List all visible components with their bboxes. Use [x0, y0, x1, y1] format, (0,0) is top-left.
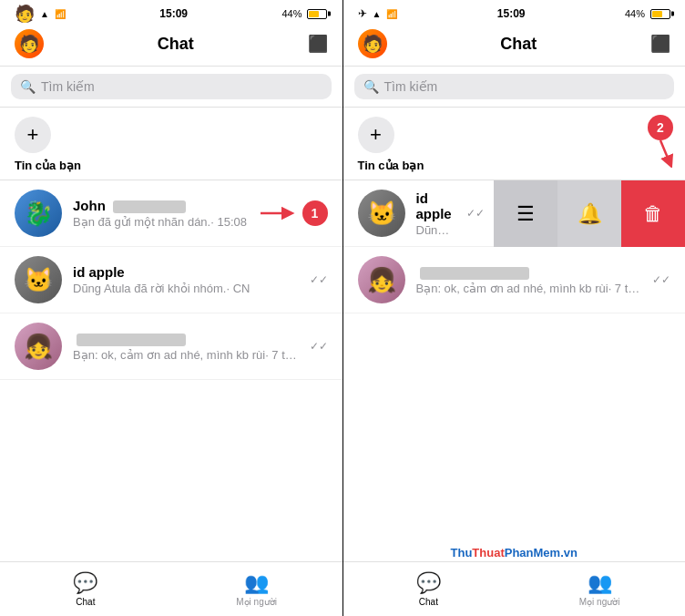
swipe-bell-btn[interactable]: 🔔 [557, 180, 621, 247]
chat-list-left: 🐉 John Bạn đã gửi một nhãn dán.· 15:08 [0, 180, 342, 561]
right-panel: ✈ ▲ 📶 15:09 44% 🧑 Chat ⬛ 🔍 Tìm kiếm + Ti… [343, 0, 686, 616]
chat-list-right: 🐱 id apple Dũng Atula đã rời khỏi nhóm.·… [343, 180, 686, 561]
status-time-right: 15:09 [497, 7, 526, 20]
avatar-idapple-right: 🐱 [358, 190, 405, 237]
chat-content-girl-left: Bạn: ok, cảm ơn ad nhé, mình kb rùi· 7 t… [73, 331, 299, 362]
left-panel: 🧑 ▲ 📶 15:09 44% 🧑 Chat ⬛ 🔍 Tìm kiếm + Ti… [0, 0, 342, 616]
svg-line-3 [660, 140, 670, 162]
chat-nav-label-left: Chat [76, 597, 95, 607]
chat-meta-girl-left: ✓✓ [310, 340, 328, 353]
battery-icon-left [307, 9, 327, 19]
swipe-menu-btn[interactable]: ☰ [494, 180, 557, 247]
watermark: ThuThuatPhanMem.vn [451, 546, 578, 560]
chat-item-idapple-left[interactable]: 🐱 id apple Dũng Atula đã rời khỏi nhóm.·… [0, 247, 342, 313]
people-nav-icon-left: 👥 [244, 571, 269, 595]
double-check-idapple-left: ✓✓ [310, 273, 328, 286]
nav-chat-left[interactable]: 💬 Chat [0, 562, 171, 616]
search-placeholder-right: Tìm kiếm [384, 79, 438, 94]
chat-name-girl-right [416, 264, 642, 280]
avatar-idapple-left: 🐱 [15, 256, 62, 303]
status-right-left: 44% [281, 8, 327, 19]
header-avatar-right: 🧑 [358, 29, 387, 58]
status-right-right: 44% [625, 8, 670, 19]
wifi-icon: ▲ [40, 9, 49, 19]
people-nav-label-left: Mọi người [236, 597, 277, 607]
search-icon-right: 🔍 [363, 79, 379, 94]
chat-preview-girl-left: Bạn: ok, cảm ơn ad nhé, mình kb rùi· 7 t… [73, 348, 299, 362]
bell-icon: 🔔 [578, 202, 602, 226]
trash-icon: 🗑 [643, 202, 663, 226]
chat-name-john: John [73, 198, 291, 213]
chat-meta-girl-right: ✓✓ [652, 273, 670, 286]
watermark-thuat: Thuat [472, 546, 504, 560]
step-badge-2: 2 [648, 115, 673, 140]
step2-container: 2 [647, 115, 674, 168]
battery-pct-right: 44% [625, 8, 645, 19]
nav-chat-right[interactable]: 💬 Chat [343, 562, 515, 616]
bottom-nav-right: 💬 Chat 👥 Mọi người [343, 561, 686, 616]
step-badge-1: 1 [302, 200, 328, 226]
chat-preview-idapple-right: Dũng Atula đã rời khỏi nhóm.· CN [416, 223, 456, 237]
search-input-wrap-right[interactable]: 🔍 Tìm kiếm [354, 74, 675, 99]
chat-item-john[interactable]: 🐉 John Bạn đã gửi một nhãn dán.· 15:08 [0, 180, 342, 247]
chat-item-idapple-right-wrap: 🐱 id apple Dũng Atula đã rời khỏi nhóm.·… [343, 180, 686, 247]
header-title-left: Chat [158, 35, 194, 54]
chat-preview-idapple-left: Dũng Atula đã rời khỏi nhóm.· CN [73, 282, 299, 295]
status-left: 🧑 ▲ 📶 [15, 4, 66, 24]
plus-button-left[interactable]: + [15, 117, 51, 153]
arrow-step1 [261, 204, 297, 222]
chat-meta-idapple-right: ✓✓ [466, 207, 485, 220]
chat-name-blurred-girl-left [77, 334, 186, 346]
double-check-girl-right: ✓✓ [652, 273, 670, 286]
chat-nav-icon-left: 💬 [73, 571, 97, 595]
double-check-girl-left: ✓✓ [310, 340, 328, 353]
chat-nav-label-right: Chat [419, 597, 438, 607]
battery-pct-left: 44% [281, 8, 302, 19]
chat-name-blurred-girl-right [420, 267, 529, 280]
search-icon-left: 🔍 [20, 79, 36, 94]
search-placeholder-left: Tìm kiếm [41, 79, 95, 94]
section-label-left: Tin của bạn [15, 159, 328, 172]
status-bar-right: ✈ ▲ 📶 15:09 44% [343, 0, 686, 26]
header-title-right: Chat [500, 35, 537, 54]
menu-lines-icon: ☰ [516, 202, 535, 226]
chat-item-girl-right[interactable]: 👧 Bạn: ok, cảm ơn ad nhé, mình kb rùi· 7… [343, 247, 686, 313]
header-avatar-left: 🧑 [15, 29, 44, 58]
avatar-small: 🧑 [15, 4, 35, 24]
status-left-right: ✈ ▲ 📶 [358, 7, 398, 20]
search-bar-right: 🔍 Tìm kiếm [343, 67, 686, 108]
signal-icon: 📶 [55, 9, 66, 19]
chat-preview-girl-right: Bạn: ok, cảm ơn ad nhé, mình kb rùi· 7 t… [416, 282, 642, 295]
chat-content-girl-right: Bạn: ok, cảm ơn ad nhé, mình kb rùi· 7 t… [416, 264, 642, 295]
chat-name-girl-left [73, 331, 299, 346]
chat-name-idapple-left: id apple [73, 264, 299, 280]
chat-meta-john: 1 [302, 200, 328, 226]
chat-preview-john: Bạn đã gửi một nhãn dán.· 15:08 [73, 215, 291, 229]
edit-icon-left[interactable]: ⬛ [308, 34, 328, 54]
nav-people-left[interactable]: 👥 Mọi người [171, 562, 342, 616]
chat-item-girl-left[interactable]: 👧 Bạn: ok, cảm ơn ad nhé, mình kb rùi· 7… [0, 313, 342, 380]
signal-icon-right: 📶 [386, 9, 397, 19]
bottom-nav-left: 💬 Chat 👥 Mọi người [0, 561, 342, 616]
nav-people-right[interactable]: 👥 Mọi người [514, 562, 685, 616]
plus-section-left: + Tin của bạn [0, 108, 342, 180]
search-bar-left: 🔍 Tìm kiếm [0, 67, 342, 108]
swipe-trash-btn[interactable]: 🗑 [621, 180, 685, 247]
watermark-thu: Thu [451, 546, 473, 560]
double-check-idapple-right: ✓✓ [466, 207, 485, 220]
people-nav-label-right: Mọi người [579, 597, 620, 607]
battery-icon-right [650, 9, 670, 19]
avatar-girl-left: 👧 [15, 323, 62, 370]
edit-icon-right[interactable]: ⬛ [650, 34, 670, 54]
wifi-icon-right: ▲ [373, 9, 382, 19]
plus-button-right[interactable]: + [358, 117, 394, 153]
watermark-phanmem: PhanMem [505, 546, 560, 560]
chat-name-idapple-right: id apple [416, 190, 456, 221]
header-left: 🧑 Chat ⬛ [0, 26, 342, 67]
header-right: 🧑 Chat ⬛ [343, 26, 686, 67]
chat-content-idapple-right: id apple Dũng Atula đã rời khỏi nhóm.· C… [416, 190, 456, 237]
chat-nav-icon-right: 💬 [416, 571, 441, 595]
search-input-wrap-left[interactable]: 🔍 Tìm kiếm [11, 74, 332, 99]
chat-content-john: John Bạn đã gửi một nhãn dán.· 15:08 [73, 198, 291, 229]
people-nav-icon-right: 👥 [588, 571, 612, 595]
